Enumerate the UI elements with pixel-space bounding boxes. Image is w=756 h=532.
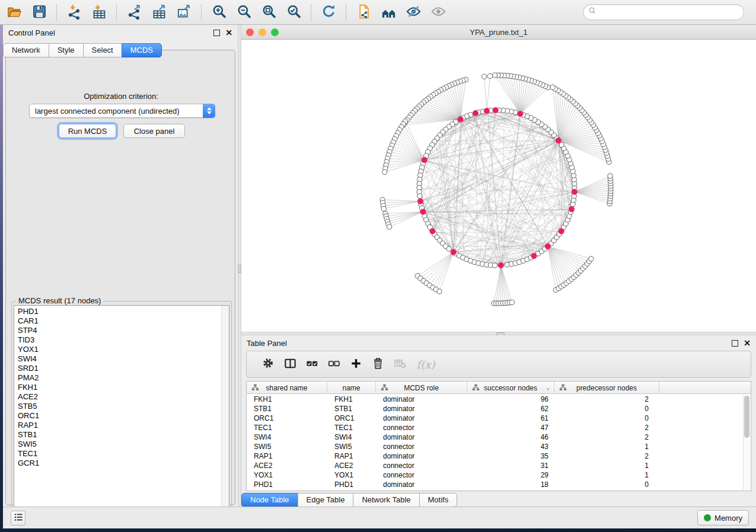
cell-shared_name[interactable]: FKH1 xyxy=(247,395,327,404)
graph-node[interactable] xyxy=(387,225,392,229)
cell-predecessor_nodes[interactable]: 2 xyxy=(554,451,659,461)
cell-successor_nodes[interactable]: 61 xyxy=(467,414,554,423)
cell-predecessor_nodes[interactable]: 0 xyxy=(554,404,659,414)
table-row-SWI4[interactable]: SWI4SWI4dominator462 xyxy=(247,432,743,442)
mcds-result-list[interactable]: PHD1CAR1STP4TID3YOX1SWI4SRD1PMA2FKH1ACE2… xyxy=(14,305,229,519)
cell-name[interactable]: ACE2 xyxy=(327,461,376,470)
mcds-result-item[interactable]: PHD1 xyxy=(18,307,229,316)
graph-hub-node[interactable] xyxy=(493,107,499,113)
show-all-columns-button[interactable] xyxy=(305,355,319,373)
hide-selected-button[interactable] xyxy=(401,2,426,23)
cell-successor_nodes[interactable]: 46 xyxy=(467,432,554,442)
graph-hub-node[interactable] xyxy=(559,228,564,234)
search-box[interactable] xyxy=(583,4,744,20)
cell-predecessor_nodes[interactable]: 2 xyxy=(554,432,659,442)
table-scrollbar[interactable] xyxy=(743,395,750,490)
mcds-result-item[interactable]: YOX1 xyxy=(18,345,229,354)
graph-hub-node[interactable] xyxy=(473,110,479,116)
cell-name[interactable]: PHD1 xyxy=(327,480,376,489)
open-session-button[interactable] xyxy=(2,2,27,23)
mcds-result-item[interactable]: ACE2 xyxy=(18,392,229,402)
graph-node[interactable] xyxy=(482,74,487,79)
graph-hub-node[interactable] xyxy=(451,249,457,255)
table-row-ACE2[interactable]: ACE2ACE2connector311 xyxy=(247,461,743,470)
cell-mcds_role[interactable]: dominator xyxy=(376,451,467,461)
graph-hub-node[interactable] xyxy=(420,209,426,215)
float-panel-icon[interactable] xyxy=(213,30,220,36)
add-column-button[interactable] xyxy=(349,355,363,373)
graph-node[interactable] xyxy=(492,263,497,268)
cell-mcds_role[interactable]: connector xyxy=(376,423,467,432)
mcds-result-item[interactable]: SRD1 xyxy=(18,364,229,373)
column-settings-button[interactable] xyxy=(261,355,275,373)
mcds-result-item[interactable]: FKH1 xyxy=(18,383,229,392)
cell-shared_name[interactable]: TEC1 xyxy=(247,423,327,432)
graph-hub-node[interactable] xyxy=(518,111,524,117)
column-header-predecessor-nodes[interactable]: predecessor nodes xyxy=(554,382,659,394)
cell-successor_nodes[interactable]: 29 xyxy=(467,470,554,480)
column-header-MCDS-role[interactable]: MCDS role xyxy=(376,382,467,394)
cell-name[interactable]: TEC1 xyxy=(327,423,376,432)
mcds-result-item[interactable]: RAP1 xyxy=(18,421,229,430)
cell-predecessor_nodes[interactable]: 0 xyxy=(554,414,659,423)
close-panel-button[interactable]: Close panel xyxy=(123,124,185,138)
table-row-FKH1[interactable]: FKH1FKH1dominator962 xyxy=(247,395,743,404)
export-network-button[interactable] xyxy=(122,2,146,23)
cell-mcds_role[interactable]: connector xyxy=(376,442,467,451)
mcds-result-item[interactable]: PMA2 xyxy=(18,373,229,383)
cell-mcds_role[interactable]: dominator xyxy=(376,404,467,414)
mcds-result-item[interactable]: TEC1 xyxy=(18,449,229,459)
graph-hub-node[interactable] xyxy=(569,206,575,212)
cell-mcds_role[interactable]: dominator xyxy=(376,480,467,489)
cell-name[interactable]: SWI4 xyxy=(327,432,376,442)
cell-successor_nodes[interactable]: 18 xyxy=(467,480,554,489)
table-row-PHD1[interactable]: PHD1PHD1dominator180 xyxy=(247,480,743,489)
cell-successor_nodes[interactable]: 35 xyxy=(467,451,554,461)
mcds-result-item[interactable]: TID3 xyxy=(18,335,229,345)
graph-hub-node[interactable] xyxy=(556,137,562,143)
graph-node[interactable] xyxy=(559,142,564,147)
graph-node[interactable] xyxy=(437,289,442,294)
table-tab-node-table[interactable]: Node Table xyxy=(241,493,298,507)
graph-node[interactable] xyxy=(550,85,555,89)
cell-name[interactable]: YOX1 xyxy=(327,470,376,480)
cell-predecessor_nodes[interactable]: 1 xyxy=(554,442,659,451)
graph-node[interactable] xyxy=(608,174,613,178)
memory-button[interactable]: Memory xyxy=(697,510,749,525)
column-header-name[interactable]: name xyxy=(327,382,376,394)
graph-hub-node[interactable] xyxy=(417,198,423,204)
cell-name[interactable]: RAP1 xyxy=(327,451,376,461)
mcds-result-item[interactable]: ORC1 xyxy=(18,411,229,421)
cell-shared_name[interactable]: RAP1 xyxy=(247,451,327,461)
graph-hub-node[interactable] xyxy=(484,108,490,114)
control-tab-network[interactable]: Network xyxy=(3,43,49,57)
mcds-list-scrollbar[interactable] xyxy=(221,306,229,518)
graph-hub-node[interactable] xyxy=(430,228,436,234)
cell-name[interactable]: FKH1 xyxy=(327,395,376,404)
cell-mcds_role[interactable]: dominator xyxy=(376,432,467,442)
hide-all-columns-button[interactable] xyxy=(327,355,341,373)
show-all-button[interactable] xyxy=(426,2,451,23)
zoom-out-button[interactable] xyxy=(231,2,256,23)
cell-shared_name[interactable]: YOX1 xyxy=(247,470,327,480)
export-image-button[interactable] xyxy=(171,2,196,23)
mcds-result-item[interactable]: SWI5 xyxy=(18,440,229,449)
control-tab-select[interactable]: Select xyxy=(83,43,122,57)
close-table-panel-icon[interactable]: ✕ xyxy=(744,340,751,347)
network-canvas[interactable] xyxy=(241,40,756,332)
cell-shared_name[interactable]: ACE2 xyxy=(247,461,327,470)
control-tab-style[interactable]: Style xyxy=(49,43,84,57)
control-tab-mcds[interactable]: MCDS xyxy=(122,43,162,57)
mcds-result-item[interactable]: STB5 xyxy=(18,402,229,411)
cell-successor_nodes[interactable]: 47 xyxy=(467,423,554,432)
cell-predecessor_nodes[interactable]: 1 xyxy=(554,470,659,480)
cell-shared_name[interactable]: SWI5 xyxy=(247,442,327,451)
cell-name[interactable]: ORC1 xyxy=(327,414,376,423)
cell-successor_nodes[interactable]: 43 xyxy=(467,442,554,451)
table-row-ORC1[interactable]: ORC1ORC1dominator610 xyxy=(247,414,743,423)
graph-hub-node[interactable] xyxy=(545,243,551,249)
graph-hub-node[interactable] xyxy=(531,253,537,259)
mcds-result-item[interactable]: STB1 xyxy=(18,430,229,440)
search-input[interactable] xyxy=(598,6,739,19)
cell-predecessor_nodes[interactable]: 2 xyxy=(554,395,659,404)
